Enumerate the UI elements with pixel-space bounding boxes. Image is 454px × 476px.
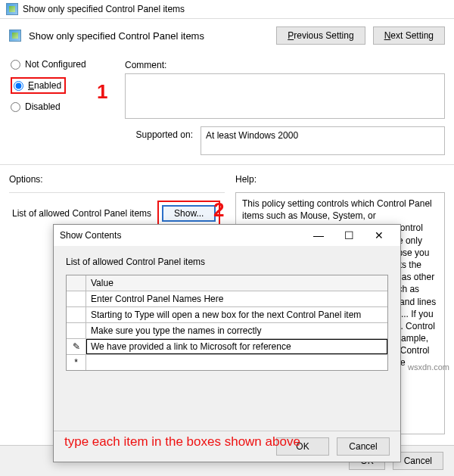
supported-on-value: At least Windows 2000: [201, 126, 445, 155]
radio-disabled-label: Disabled: [25, 101, 61, 112]
maximize-button[interactable]: ☐: [334, 229, 364, 241]
edit-icon: ✎: [67, 339, 86, 354]
window-titlebar: Show only specified Control Panel items: [0, 0, 454, 19]
state-radio-group: Not Configured Enabled Disabled: [9, 55, 111, 155]
value-grid: Value Enter Control Panel Names Here Sta…: [66, 275, 388, 371]
minimize-button[interactable]: ―: [303, 229, 334, 241]
grid-row[interactable]: Starting to Type will open a new box for…: [67, 307, 387, 323]
radio-enabled-input[interactable]: [14, 81, 23, 91]
grid-header-blank: [67, 275, 86, 291]
grid-cell[interactable]: Make sure you type the names in correctl…: [86, 323, 387, 338]
grid-cell-empty[interactable]: [86, 355, 387, 370]
help-label: Help:: [235, 170, 445, 192]
supported-row: Supported on: At least Windows 2000: [125, 126, 445, 155]
grid-row-marker: [67, 323, 86, 338]
radio-disabled[interactable]: Disabled: [9, 98, 111, 116]
grid-header-value: Value: [86, 275, 387, 291]
new-row-icon: *: [67, 355, 86, 370]
prev-label: revious Setting: [294, 30, 353, 41]
dialog-cancel-button[interactable]: Cancel: [337, 437, 390, 456]
grid-cell[interactable]: Enter Control Panel Names Here: [86, 291, 387, 306]
annotation-box-2: Show...: [157, 201, 220, 226]
option-item-label: List of allowed Control Panel items: [12, 208, 151, 219]
supported-on-label: Supported on:: [125, 126, 193, 155]
radio-not-configured-label: Not Configured: [25, 59, 86, 70]
show-contents-dialog: Show Contents ― ☐ ✕ List of allowed Cont…: [53, 224, 401, 462]
radio-enabled-label: Enabled: [28, 80, 61, 91]
grid-cell[interactable]: Starting to Type will open a new box for…: [86, 307, 387, 322]
grid-row-marker: [67, 291, 86, 306]
grid-row-marker: [67, 307, 86, 322]
radio-disabled-input[interactable]: [11, 102, 20, 112]
grid-row[interactable]: Enter Control Panel Names Here: [67, 291, 387, 307]
comment-label: Comment:: [125, 55, 445, 73]
radio-not-configured[interactable]: Not Configured: [9, 55, 111, 73]
page-title: Show only specified Control Panel items: [29, 30, 269, 42]
annotation-1: 1: [97, 80, 107, 104]
previous-setting-button[interactable]: Previous Setting: [276, 26, 365, 45]
header-row: Show only specified Control Panel items …: [0, 19, 454, 55]
options-label: Options:: [9, 170, 225, 192]
show-button[interactable]: Show...: [162, 205, 216, 222]
dialog-body: List of allowed Control Panel items Valu…: [54, 246, 400, 431]
close-button[interactable]: ✕: [364, 229, 394, 241]
radio-not-configured-input[interactable]: [11, 60, 20, 70]
grid-header-row: Value: [67, 275, 387, 291]
next-label: ext Setting: [390, 30, 434, 41]
control-panel-icon: [6, 3, 18, 15]
dialog-list-label: List of allowed Control Panel items: [66, 257, 388, 267]
dialog-title: Show Contents: [60, 230, 303, 241]
grid-row[interactable]: Make sure you type the names in correctl…: [67, 323, 387, 339]
window-title: Show only specified Control Panel items: [23, 4, 185, 14]
grid-row-editing[interactable]: ✎ We have provided a link to Microsoft f…: [67, 339, 387, 355]
comment-textarea[interactable]: [125, 73, 445, 119]
grid-cell-editing[interactable]: We have provided a link to Microsoft for…: [86, 339, 387, 354]
annotation-2: 2: [213, 198, 224, 222]
annotation-hint: type each item in the boxes shown above: [64, 434, 300, 450]
field-column: Comment: Supported on: At least Windows …: [125, 55, 445, 155]
annotation-box-1: Enabled: [11, 77, 66, 94]
dialog-titlebar: Show Contents ― ☐ ✕: [54, 225, 400, 246]
next-setting-button[interactable]: Next Setting: [373, 26, 445, 45]
separator: [0, 164, 454, 165]
radio-enabled-row: Enabled: [9, 73, 111, 98]
grid-row-new[interactable]: *: [67, 355, 387, 370]
watermark: wsxdn.com: [408, 362, 449, 372]
control-panel-icon: [9, 30, 21, 42]
config-body: Not Configured Enabled Disabled Comment:…: [0, 55, 454, 155]
